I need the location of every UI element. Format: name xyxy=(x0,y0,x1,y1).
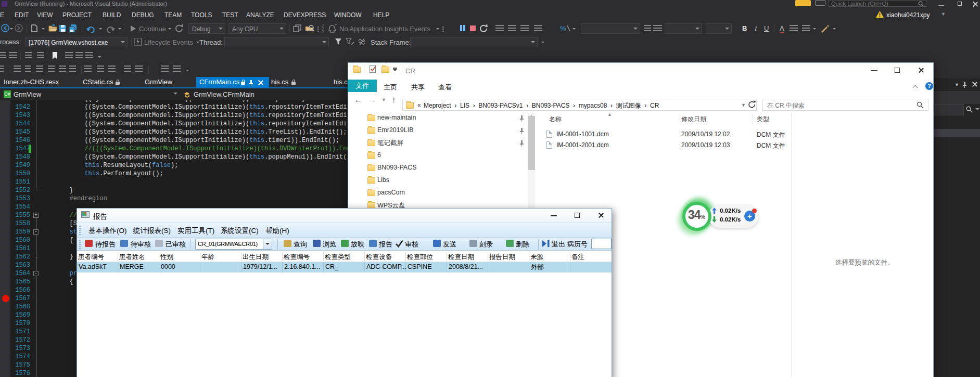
svg-text:%: % xyxy=(560,24,566,32)
